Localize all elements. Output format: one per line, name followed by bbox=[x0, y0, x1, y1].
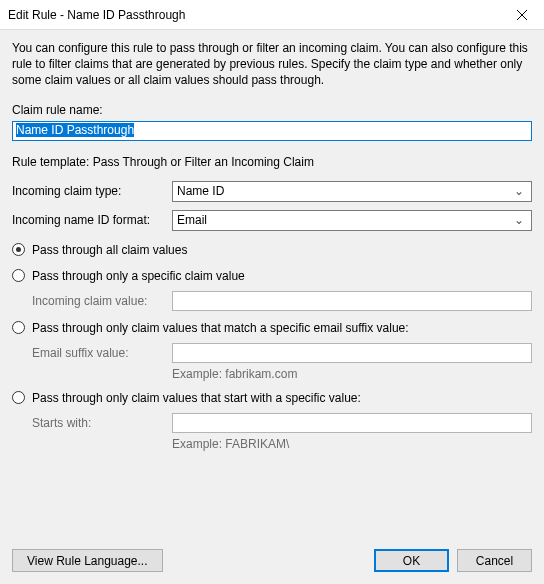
button-bar: View Rule Language... OK Cancel bbox=[0, 539, 544, 584]
cancel-button[interactable]: Cancel bbox=[457, 549, 532, 572]
rule-name-value: Name ID Passthrough bbox=[16, 123, 134, 137]
radio-all-label: Pass through all claim values bbox=[32, 243, 187, 257]
rule-name-label: Claim rule name: bbox=[12, 103, 532, 117]
view-rule-language-label: View Rule Language... bbox=[27, 554, 148, 568]
incoming-type-combo[interactable]: Name ID ⌄ bbox=[172, 181, 532, 202]
close-icon bbox=[517, 10, 527, 20]
email-suffix-label: Email suffix value: bbox=[32, 346, 172, 360]
chevron-down-icon: ⌄ bbox=[511, 184, 527, 198]
ok-label: OK bbox=[403, 554, 420, 568]
radio-email-suffix[interactable] bbox=[12, 321, 25, 334]
starts-with-label: Starts with: bbox=[32, 416, 172, 430]
radio-specific-label: Pass through only a specific claim value bbox=[32, 269, 245, 283]
radio-starts-with[interactable] bbox=[12, 391, 25, 404]
description-text: You can configure this rule to pass thro… bbox=[12, 40, 532, 89]
dialog-content: You can configure this rule to pass thro… bbox=[0, 30, 544, 451]
rule-name-input[interactable]: Name ID Passthrough bbox=[12, 121, 532, 141]
close-button[interactable] bbox=[499, 0, 544, 30]
dialog-window: Edit Rule - Name ID Passthrough You can … bbox=[0, 0, 544, 584]
filter-options-group: Pass through all claim values Pass throu… bbox=[12, 243, 532, 451]
window-title: Edit Rule - Name ID Passthrough bbox=[8, 8, 499, 22]
nameid-format-combo[interactable]: Email ⌄ bbox=[172, 210, 532, 231]
titlebar: Edit Rule - Name ID Passthrough bbox=[0, 0, 544, 30]
incoming-type-value: Name ID bbox=[177, 184, 511, 198]
radio-all-values[interactable] bbox=[12, 243, 25, 256]
incoming-type-label: Incoming claim type: bbox=[12, 184, 172, 198]
starts-with-input bbox=[172, 413, 532, 433]
nameid-format-value: Email bbox=[177, 213, 511, 227]
cancel-label: Cancel bbox=[476, 554, 513, 568]
ok-button[interactable]: OK bbox=[374, 549, 449, 572]
radio-email-suffix-label: Pass through only claim values that matc… bbox=[32, 321, 409, 335]
email-suffix-example: Example: fabrikam.com bbox=[172, 367, 532, 381]
chevron-down-icon: ⌄ bbox=[511, 213, 527, 227]
email-suffix-input bbox=[172, 343, 532, 363]
radio-starts-with-label: Pass through only claim values that star… bbox=[32, 391, 361, 405]
specific-value-input bbox=[172, 291, 532, 311]
nameid-format-label: Incoming name ID format: bbox=[12, 213, 172, 227]
view-rule-language-button[interactable]: View Rule Language... bbox=[12, 549, 163, 572]
starts-with-example: Example: FABRIKAM\ bbox=[172, 437, 532, 451]
rule-template-text: Rule template: Pass Through or Filter an… bbox=[12, 155, 532, 169]
radio-specific-value[interactable] bbox=[12, 269, 25, 282]
specific-value-label: Incoming claim value: bbox=[32, 294, 172, 308]
